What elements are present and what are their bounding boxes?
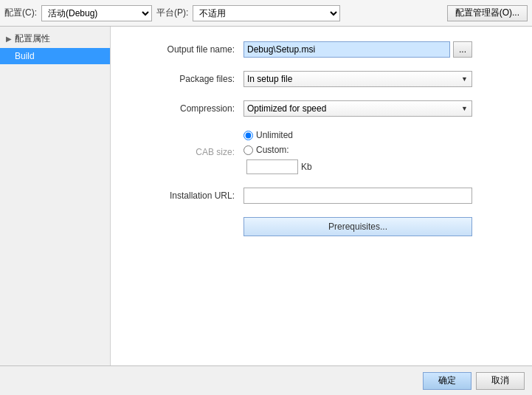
- compression-label: Compression:: [133, 103, 243, 114]
- bottom-bar: 确定 取消: [0, 365, 532, 395]
- output-file-row: Output file name: ...: [133, 41, 510, 58]
- sidebar-header-label: 配置属性: [15, 32, 50, 45]
- unlimited-radio[interactable]: [243, 131, 253, 140]
- cancel-button[interactable]: 取消: [476, 372, 525, 390]
- prerequisites-control: Prerequisites...: [243, 217, 510, 236]
- sidebar-arrow-icon: ▶: [6, 35, 12, 43]
- output-file-label: Output file name:: [133, 44, 243, 55]
- kb-row: Kb: [243, 159, 510, 174]
- ok-button[interactable]: 确定: [423, 372, 471, 390]
- main-layout: ▶ 配置属性 Build Output file name: ... Packa…: [0, 27, 532, 365]
- config-label: 配置(C):: [4, 7, 37, 19]
- kb-label: Kb: [301, 162, 312, 172]
- cab-size-row: CAB size: Unlimited Custom: Kb: [133, 130, 510, 174]
- package-files-row: Package files: In setup file: [133, 71, 510, 87]
- platform-label: 平台(P):: [156, 7, 188, 19]
- platform-select[interactable]: 不适用: [193, 5, 340, 21]
- package-files-dropdown-wrapper: In setup file: [243, 71, 472, 87]
- compression-dropdown-wrapper: Optimized for speed: [243, 100, 472, 117]
- unlimited-label: Unlimited: [256, 130, 293, 140]
- prerequisites-button[interactable]: Prerequisites...: [243, 217, 472, 236]
- installation-url-row: Installation URL:: [133, 188, 510, 204]
- compression-control: Optimized for speed: [243, 100, 510, 117]
- sidebar-header: ▶ 配置属性: [0, 30, 110, 48]
- package-files-label: Package files:: [133, 74, 243, 84]
- sidebar-item-build[interactable]: Build: [0, 48, 110, 64]
- custom-radio[interactable]: [243, 145, 253, 155]
- compression-row: Compression: Optimized for speed: [133, 100, 510, 117]
- content-area: Output file name: ... Package files: In …: [111, 27, 532, 365]
- config-manager-button[interactable]: 配置管理器(O)...: [447, 5, 528, 21]
- kb-input[interactable]: [246, 159, 298, 174]
- installation-url-control: [243, 188, 510, 204]
- browse-button[interactable]: ...: [453, 41, 472, 58]
- sidebar: ▶ 配置属性 Build: [0, 27, 111, 365]
- package-files-select[interactable]: In setup file: [243, 71, 472, 87]
- output-file-input[interactable]: [243, 41, 450, 58]
- cab-size-radio-group: Unlimited Custom: Kb: [243, 130, 510, 174]
- installation-url-label: Installation URL:: [133, 190, 243, 201]
- cab-size-control: Unlimited Custom: Kb: [243, 130, 510, 174]
- prerequisites-row: Prerequisites...: [133, 217, 510, 236]
- unlimited-radio-item[interactable]: Unlimited: [243, 130, 510, 140]
- custom-label: Custom:: [256, 145, 289, 155]
- compression-select[interactable]: Optimized for speed: [243, 100, 472, 117]
- installation-url-input[interactable]: [243, 188, 472, 204]
- package-files-control: In setup file: [243, 71, 510, 87]
- config-select[interactable]: 活动(Debug): [41, 5, 152, 21]
- custom-radio-item[interactable]: Custom:: [243, 145, 510, 155]
- toolbar: 配置(C): 活动(Debug) 平台(P): 不适用 配置管理器(O)...: [0, 0, 532, 27]
- output-file-control: ...: [243, 41, 510, 58]
- cab-size-label: CAB size:: [133, 147, 243, 157]
